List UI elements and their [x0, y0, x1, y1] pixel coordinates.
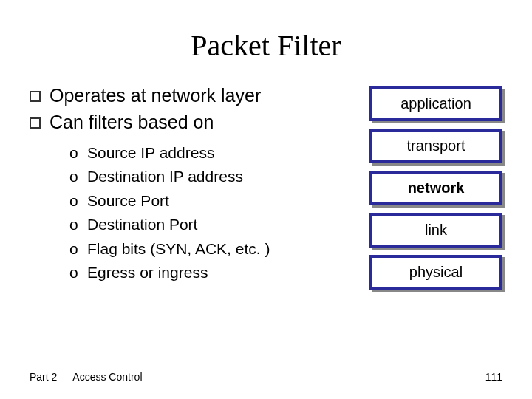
circle-bullet-icon: o	[69, 237, 80, 262]
page-number: 111	[485, 371, 502, 383]
sub-item: oFlag bits (SYN, ACK, etc. )	[69, 237, 362, 262]
layer-box: transport	[369, 129, 502, 163]
layer-transport: transport	[369, 129, 502, 163]
layer-label: link	[425, 222, 447, 239]
circle-bullet-icon: o	[69, 189, 80, 214]
main-item-text: Can filters based on	[50, 110, 214, 135]
circle-bullet-icon: o	[69, 213, 80, 237]
right-column: application transport network link physi…	[369, 86, 502, 290]
layer-box: network	[369, 171, 502, 205]
sub-item: oSource Port	[69, 189, 362, 214]
main-item: Can filters based on	[30, 110, 362, 135]
layer-link: link	[369, 213, 502, 248]
sub-item: oSource IP address	[69, 141, 362, 166]
layer-label: transport	[407, 137, 466, 154]
sub-item-text: Egress or ingress	[87, 261, 208, 285]
sub-item-text: Destination Port	[87, 213, 197, 237]
circle-bullet-icon: o	[69, 261, 80, 285]
footer: Part 2 — Access Control 111	[30, 371, 502, 383]
square-bullet-icon	[30, 117, 41, 129]
layer-box: application	[369, 86, 502, 121]
layer-label: physical	[409, 264, 463, 281]
main-item-text: Operates at network layer	[50, 83, 261, 109]
layer-stack: application transport network link physi…	[369, 86, 502, 290]
sub-item-text: Destination IP address	[87, 165, 243, 189]
layer-label: application	[400, 95, 471, 112]
footer-left: Part 2 — Access Control	[30, 371, 143, 383]
sub-list: oSource IP address oDestination IP addre…	[69, 141, 362, 285]
main-list: Operates at network layer Can filters ba…	[30, 83, 362, 135]
sub-item-text: Source IP address	[87, 141, 214, 166]
circle-bullet-icon: o	[69, 165, 80, 189]
layer-physical: physical	[369, 255, 502, 290]
main-item: Operates at network layer	[30, 83, 362, 109]
sub-item-text: Flag bits (SYN, ACK, etc. )	[87, 237, 270, 262]
sub-item: oDestination Port	[69, 213, 362, 237]
content-area: Operates at network layer Can filters ba…	[30, 83, 502, 290]
left-column: Operates at network layer Can filters ba…	[30, 83, 362, 290]
layer-network: network	[369, 171, 502, 205]
layer-label: network	[408, 180, 465, 197]
sub-item: oEgress or ingress	[69, 261, 362, 285]
layer-box: link	[369, 213, 502, 248]
layer-application: application	[369, 86, 502, 121]
square-bullet-icon	[30, 91, 41, 102]
sub-item-text: Source Port	[87, 189, 169, 214]
layer-box: physical	[369, 255, 502, 290]
slide: Packet Filter Operates at network layer …	[0, 0, 532, 399]
sub-item: oDestination IP address	[69, 165, 362, 189]
circle-bullet-icon: o	[69, 141, 80, 166]
slide-title: Packet Filter	[30, 28, 502, 63]
